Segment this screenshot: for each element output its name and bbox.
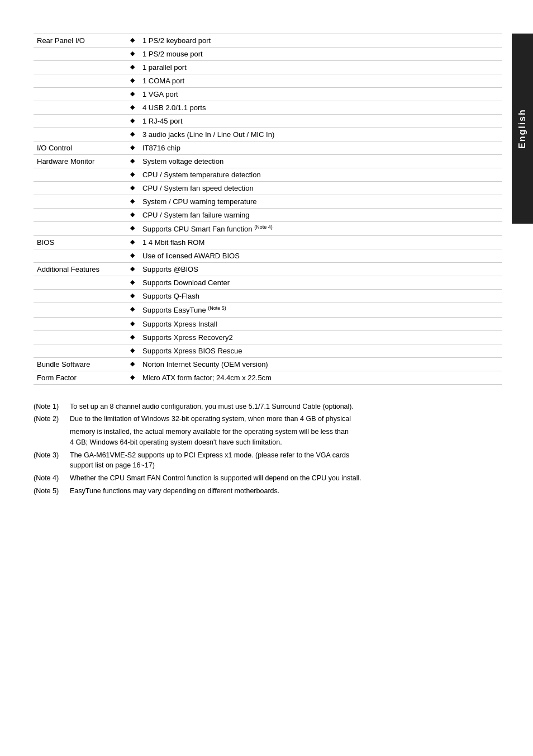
spec-label bbox=[34, 249, 126, 263]
bullet-symbol: ◆ bbox=[126, 74, 139, 88]
spec-value: 1 COMA port bbox=[139, 74, 502, 88]
note-text: The GA-M61VME-S2 supports up to PCI Expr… bbox=[70, 450, 502, 471]
spec-value: Supports Xpress Recovery2 bbox=[139, 330, 502, 344]
spec-label bbox=[34, 61, 126, 74]
note-text: To set up an 8 channel audio configurati… bbox=[70, 401, 502, 412]
superscript-note: (Note 4) bbox=[254, 224, 273, 230]
bullet-symbol: ◆ bbox=[126, 168, 139, 182]
spec-value: 1 RJ-45 port bbox=[139, 115, 502, 128]
main-content: Rear Panel I/O◆1 PS/2 keyboard port◆1 PS… bbox=[34, 34, 502, 510]
note-text: EasyTune functions may vary depending on… bbox=[70, 486, 502, 497]
note-continuation: memory is installed, the actual memory a… bbox=[70, 427, 502, 448]
notes-section: (Note 1)To set up an 8 channel audio con… bbox=[34, 401, 502, 497]
spec-label bbox=[34, 209, 126, 222]
spec-value: System voltage detection bbox=[139, 155, 502, 168]
spec-label bbox=[34, 330, 126, 344]
spec-value: 1 PS/2 mouse port bbox=[139, 48, 502, 61]
spec-value: Supports Download Center bbox=[139, 276, 502, 290]
spec-label bbox=[34, 303, 126, 317]
spec-label bbox=[34, 101, 126, 115]
bullet-symbol: ◆ bbox=[126, 61, 139, 74]
bullet-symbol: ◆ bbox=[126, 128, 139, 141]
spec-value: Supports Q-Flash bbox=[139, 290, 502, 303]
spec-label bbox=[34, 317, 126, 330]
spec-label: Rear Panel I/O bbox=[34, 34, 126, 48]
spec-value: 1 PS/2 keyboard port bbox=[139, 34, 502, 48]
spec-value: Micro ATX form factor; 24.4cm x 22.5cm bbox=[139, 371, 502, 384]
note-text: Whether the CPU Smart FAN Control functi… bbox=[70, 473, 502, 484]
spec-value: Supports Xpress BIOS Rescue bbox=[139, 344, 502, 357]
spec-label: Form Factor bbox=[34, 371, 126, 384]
spec-label: Hardware Monitor bbox=[34, 155, 126, 168]
spec-label: Bundle Software bbox=[34, 357, 126, 371]
english-tab: English bbox=[512, 34, 533, 224]
bullet-symbol: ◆ bbox=[126, 344, 139, 357]
bullet-symbol: ◆ bbox=[126, 371, 139, 384]
spec-value: 4 USB 2.0/1.1 ports bbox=[139, 101, 502, 115]
spec-value: 1 VGA port bbox=[139, 88, 502, 101]
spec-label bbox=[34, 344, 126, 357]
bullet-symbol: ◆ bbox=[126, 317, 139, 330]
spec-value: System / CPU warning temperature bbox=[139, 195, 502, 209]
spec-label bbox=[34, 222, 126, 236]
note-item: (Note 5)EasyTune functions may vary depe… bbox=[34, 486, 502, 497]
spec-value: CPU / System temperature detection bbox=[139, 168, 502, 182]
note-item: (Note 2)Due to the limitation of Windows… bbox=[34, 414, 502, 424]
bullet-symbol: ◆ bbox=[126, 330, 139, 344]
bullet-symbol: ◆ bbox=[126, 155, 139, 168]
spec-value: 3 audio jacks (Line In / Line Out / MIC … bbox=[139, 128, 502, 141]
bullet-symbol: ◆ bbox=[126, 249, 139, 263]
note-item: (Note 3)The GA-M61VME-S2 supports up to … bbox=[34, 450, 502, 471]
spec-label bbox=[34, 48, 126, 61]
bullet-symbol: ◆ bbox=[126, 290, 139, 303]
spec-value: CPU / System fan speed detection bbox=[139, 182, 502, 195]
spec-label bbox=[34, 195, 126, 209]
bullet-symbol: ◆ bbox=[126, 276, 139, 290]
spec-label bbox=[34, 182, 126, 195]
bullet-symbol: ◆ bbox=[126, 88, 139, 101]
bullet-symbol: ◆ bbox=[126, 141, 139, 155]
spec-label bbox=[34, 290, 126, 303]
bullet-symbol: ◆ bbox=[126, 182, 139, 195]
spec-label: BIOS bbox=[34, 236, 126, 249]
spec-label bbox=[34, 276, 126, 290]
spec-value: IT8716 chip bbox=[139, 141, 502, 155]
bullet-symbol: ◆ bbox=[126, 195, 139, 209]
note-item: (Note 4)Whether the CPU Smart FAN Contro… bbox=[34, 473, 502, 484]
bullet-symbol: ◆ bbox=[126, 263, 139, 276]
bullet-symbol: ◆ bbox=[126, 209, 139, 222]
bullet-symbol: ◆ bbox=[126, 48, 139, 61]
note-label: (Note 5) bbox=[34, 486, 70, 497]
page-container: English Rear Panel I/O◆1 PS/2 keyboard p… bbox=[0, 34, 533, 756]
note-text: Due to the limitation of Windows 32-bit … bbox=[70, 414, 502, 424]
spec-label bbox=[34, 115, 126, 128]
spec-value: Supports EasyTune (Note 5) bbox=[139, 303, 502, 317]
note-item: (Note 1)To set up an 8 channel audio con… bbox=[34, 401, 502, 412]
spec-value: Norton Internet Security (OEM version) bbox=[139, 357, 502, 371]
note-label: (Note 2) bbox=[34, 414, 70, 424]
superscript-note: (Note 5) bbox=[208, 305, 226, 311]
spec-value: Supports CPU Smart Fan function (Note 4) bbox=[139, 222, 502, 236]
spec-value: Supports @BIOS bbox=[139, 263, 502, 276]
bullet-symbol: ◆ bbox=[126, 303, 139, 317]
note-label: (Note 1) bbox=[34, 401, 70, 412]
english-tab-label: English bbox=[517, 108, 527, 149]
bullet-symbol: ◆ bbox=[126, 236, 139, 249]
spec-label bbox=[34, 74, 126, 88]
spec-value: CPU / System fan failure warning bbox=[139, 209, 502, 222]
spec-label bbox=[34, 168, 126, 182]
spec-value: Supports Xpress Install bbox=[139, 317, 502, 330]
spec-label bbox=[34, 88, 126, 101]
spec-value: 1 4 Mbit flash ROM bbox=[139, 236, 502, 249]
specs-table: Rear Panel I/O◆1 PS/2 keyboard port◆1 PS… bbox=[34, 34, 502, 385]
spec-label: I/O Control bbox=[34, 141, 126, 155]
note-label: (Note 4) bbox=[34, 473, 70, 484]
bullet-symbol: ◆ bbox=[126, 357, 139, 371]
note-label: (Note 3) bbox=[34, 450, 70, 471]
bullet-symbol: ◆ bbox=[126, 34, 139, 48]
bullet-symbol: ◆ bbox=[126, 222, 139, 236]
bullet-symbol: ◆ bbox=[126, 101, 139, 115]
spec-value: Use of licensed AWARD BIOS bbox=[139, 249, 502, 263]
spec-label bbox=[34, 128, 126, 141]
spec-label: Additional Features bbox=[34, 263, 126, 276]
